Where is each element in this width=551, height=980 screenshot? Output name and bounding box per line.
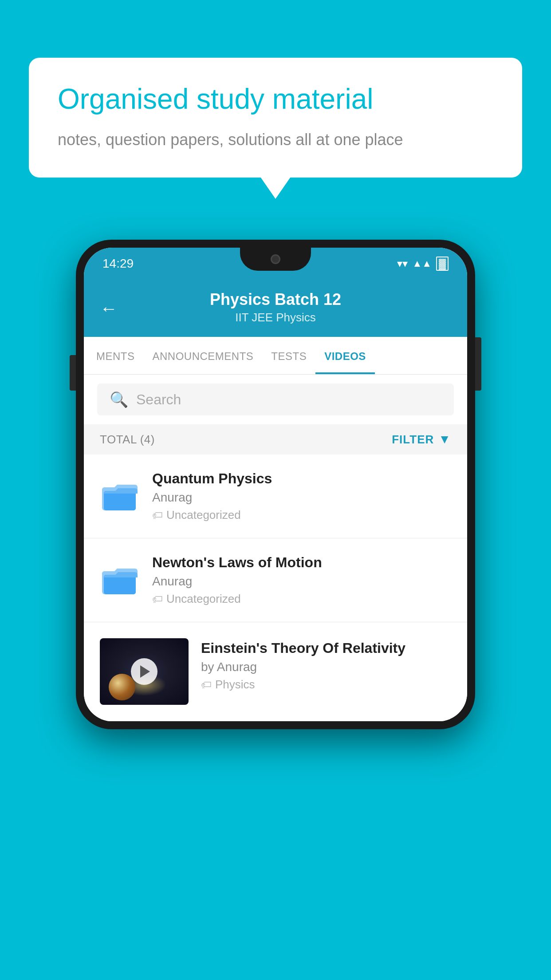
status-icons: ▾▾ ▲▲ ▓ (397, 257, 449, 271)
video-info-1: Quantum Physics Anurag 🏷 Uncategorized (152, 470, 451, 522)
header-title-group: Physics Batch 12 IIT JEE Physics (210, 290, 341, 324)
list-item[interactable]: Newton's Laws of Motion Anurag 🏷 Uncateg… (84, 538, 467, 622)
search-icon: 🔍 (110, 391, 128, 408)
video-list: Quantum Physics Anurag 🏷 Uncategorized (84, 454, 467, 721)
video-folder-icon (100, 476, 140, 516)
tag-icon-3: 🏷 (201, 679, 212, 691)
video-info-2: Newton's Laws of Motion Anurag 🏷 Uncateg… (152, 554, 451, 606)
app-header: ← Physics Batch 12 IIT JEE Physics (84, 280, 467, 337)
tab-videos[interactable]: VIDEOS (315, 337, 375, 374)
tag-label-1: Uncategorized (166, 508, 241, 522)
tag-icon-1: 🏷 (152, 509, 163, 522)
search-placeholder: Search (136, 391, 181, 408)
phone-notch (240, 248, 311, 271)
video-tag-3: 🏷 Physics (201, 678, 451, 692)
battery-icon: ▓ (436, 257, 449, 271)
list-item[interactable]: Quantum Physics Anurag 🏷 Uncategorized (84, 454, 467, 538)
phone-wrapper: 14:29 ▾▾ ▲▲ ▓ ← Physics Batch 12 (76, 240, 475, 729)
signal-icon: ▲▲ (412, 258, 432, 269)
video-thumbnail-3 (100, 638, 189, 705)
video-tag-1: 🏷 Uncategorized (152, 508, 451, 522)
play-button-3[interactable] (131, 658, 157, 685)
speech-bubble: Organised study material notes, question… (29, 58, 522, 178)
tab-ments[interactable]: MENTS (87, 337, 144, 374)
video-folder-icon-2 (100, 560, 140, 600)
video-info-3: Einstein's Theory Of Relativity by Anura… (201, 638, 451, 692)
tabs-bar: MENTS ANNOUNCEMENTS TESTS VIDEOS (84, 337, 467, 375)
tag-label-2: Uncategorized (166, 592, 241, 606)
status-bar: 14:29 ▾▾ ▲▲ ▓ (84, 248, 467, 280)
back-button[interactable]: ← (100, 298, 118, 318)
video-author-3: by Anurag (201, 660, 451, 674)
search-container: 🔍 Search (84, 375, 467, 424)
filter-label: FILTER (392, 433, 434, 447)
status-time: 14:29 (102, 257, 134, 271)
batch-title: Physics Batch 12 (210, 290, 341, 309)
camera-dot (271, 254, 280, 264)
phone-screen: 14:29 ▾▾ ▲▲ ▓ ← Physics Batch 12 (84, 248, 467, 721)
video-title-3: Einstein's Theory Of Relativity (201, 640, 451, 656)
wifi-icon: ▾▾ (397, 257, 408, 270)
play-triangle-icon (140, 665, 150, 678)
search-bar[interactable]: 🔍 Search (97, 383, 454, 415)
video-tag-2: 🏷 Uncategorized (152, 592, 451, 606)
video-author-1: Anurag (152, 490, 451, 505)
phone-outer: 14:29 ▾▾ ▲▲ ▓ ← Physics Batch 12 (76, 240, 475, 729)
filter-button[interactable]: FILTER ▼ (392, 432, 451, 447)
filter-funnel-icon: ▼ (438, 432, 451, 447)
svg-rect-1 (104, 491, 136, 510)
video-title-2: Newton's Laws of Motion (152, 554, 451, 571)
speech-bubble-title: Organised study material (58, 82, 493, 116)
total-count: TOTAL (4) (100, 433, 155, 447)
video-title-1: Quantum Physics (152, 470, 451, 487)
video-author-2: Anurag (152, 574, 451, 589)
batch-subtitle: IIT JEE Physics (210, 311, 341, 324)
svg-rect-3 (104, 575, 136, 594)
filter-row: TOTAL (4) FILTER ▼ (84, 424, 467, 454)
tag-label-3: Physics (215, 678, 255, 692)
tab-tests[interactable]: TESTS (262, 337, 315, 374)
thumbnail-sphere (109, 674, 135, 700)
speech-bubble-container: Organised study material notes, question… (29, 58, 522, 178)
tag-icon-2: 🏷 (152, 593, 163, 605)
speech-bubble-subtitle: notes, question papers, solutions all at… (58, 129, 493, 151)
tab-announcements[interactable]: ANNOUNCEMENTS (144, 337, 263, 374)
list-item[interactable]: Einstein's Theory Of Relativity by Anura… (84, 622, 467, 721)
